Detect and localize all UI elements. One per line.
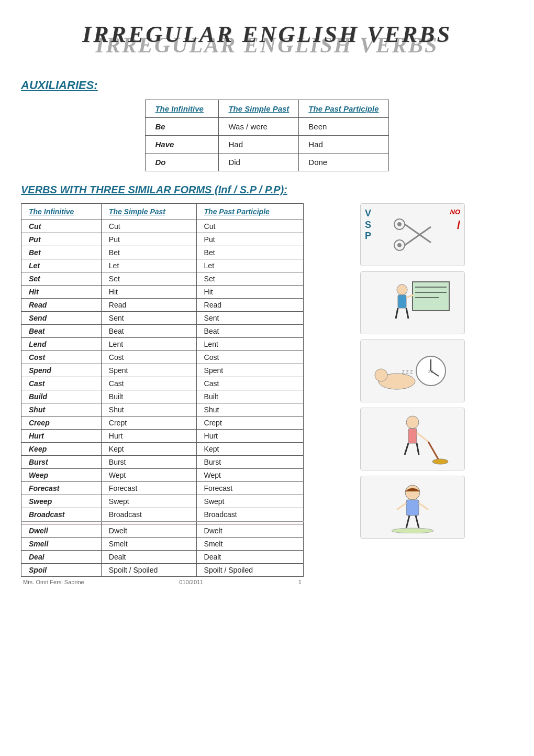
board-svg <box>371 277 454 329</box>
tf-table-row: Beat Beat Beat <box>21 325 304 338</box>
tf-infinitive: Cut <box>21 220 102 233</box>
footer-row: Mrs. Omri Fersi Sabrine 010/2011 1 <box>21 579 304 585</box>
aux-simple-past: Had <box>219 136 299 154</box>
three-forms-heading: VERBS WITH THREE SIMILAR FORMS (Inf / S.… <box>21 184 513 196</box>
aux-table-row: Do Did Done <box>146 154 388 171</box>
tf-table-row: Weep Wept Wept <box>21 469 304 482</box>
svg-point-20 <box>375 369 387 381</box>
tf-table-row-g2: Smell Smelt Smelt <box>21 538 304 551</box>
tf-simple-past: Lent <box>101 338 196 351</box>
svg-line-28 <box>417 443 419 455</box>
three-forms-layout: The Infinitive The Simple Past The Past … <box>21 203 513 585</box>
tf-simple-past: Beat <box>101 325 196 338</box>
sweep-image <box>360 408 465 470</box>
tf-col-simple-past: The Simple Past <box>101 204 196 220</box>
auxiliaries-heading: AUXILIARIES: <box>21 79 513 92</box>
tf-infinitive: Creep <box>21 417 102 430</box>
tf-simple-past: Spent <box>101 364 196 377</box>
tf-infinitive: Bet <box>21 246 102 259</box>
tf-past-participle: Swept <box>196 495 303 508</box>
tf-simple-past: Built <box>101 390 196 403</box>
page-title-area: IRREGULAR ENGLISH VERBS IRREGULAR ENGLIS… <box>21 21 513 63</box>
aux-simple-past: Was / were <box>219 118 299 136</box>
tf-table-row: Bet Bet Bet <box>21 246 304 259</box>
tf-table-row: Set Set Set <box>21 272 304 286</box>
tf-past-participle: Kept <box>196 443 303 456</box>
tf-past-participle: Sent <box>196 312 303 325</box>
tf-infinitive: Build <box>21 390 102 403</box>
three-forms-section: VERBS WITH THREE SIMILAR FORMS (Inf / S.… <box>21 184 513 585</box>
svg-line-14 <box>406 308 408 319</box>
tf-infinitive: Send <box>21 312 102 325</box>
tf-past-participle: Wept <box>196 469 303 482</box>
tf-past-participle: Beat <box>196 325 303 338</box>
tf-past-participle: Crept <box>196 417 303 430</box>
tf-infinitive: Burst <box>21 456 102 469</box>
tf-table-row: Burst Burst Burst <box>21 456 304 469</box>
tf-simple-past-g2: Dwelt <box>101 524 196 538</box>
tf-simple-past: Shut <box>101 403 196 417</box>
tf-infinitive: Forecast <box>21 482 102 495</box>
tf-past-participle: Bet <box>196 246 303 259</box>
footer-page: 1 <box>298 579 302 585</box>
tf-infinitive: Keep <box>21 443 102 456</box>
auxiliaries-table-wrapper: The Infinitive The Simple Past The Past … <box>21 100 513 171</box>
tf-simple-past: Crept <box>101 417 196 430</box>
images-column: V S P NO / <box>312 203 513 539</box>
tf-table-row: Creep Crept Crept <box>21 417 304 430</box>
svg-point-35 <box>392 528 433 533</box>
board-image <box>360 271 465 334</box>
slash-badge: / <box>457 218 460 232</box>
tf-table-row-g2: Dwell Dwelt Dwelt <box>21 524 304 538</box>
tf-past-participle: Spent <box>196 364 303 377</box>
sweep-svg <box>371 413 454 465</box>
svg-line-31 <box>397 503 406 510</box>
aux-table-row: Have Had Had <box>146 136 388 154</box>
aux-table-row: Be Was / were Been <box>146 118 388 136</box>
tf-simple-past-g2: Dealt <box>101 551 196 564</box>
sleep-image: ZZ z z z <box>360 339 465 402</box>
auxiliaries-table: The Infinitive The Simple Past The Past … <box>145 100 388 171</box>
v-label: V <box>365 208 371 220</box>
aux-col-infinitive: The Infinitive <box>146 100 219 118</box>
tf-infinitive: Beat <box>21 325 102 338</box>
tf-simple-past: Cost <box>101 351 196 364</box>
tf-simple-past: Burst <box>101 456 196 469</box>
tf-table-row: Send Sent Sent <box>21 312 304 325</box>
scissors-image: V S P NO / <box>360 203 465 266</box>
tf-simple-past: Let <box>101 259 196 272</box>
tf-table-row: Spend Spent Spent <box>21 364 304 377</box>
tf-past-participle-g2: Smelt <box>196 538 303 551</box>
tf-past-participle: Burst <box>196 456 303 469</box>
tf-past-participle: Hit <box>196 286 303 299</box>
aux-past-participle: Done <box>299 154 388 171</box>
svg-text:z z z: z z z <box>402 369 413 375</box>
tf-simple-past: Kept <box>101 443 196 456</box>
tf-infinitive-g2: Dwell <box>21 524 102 538</box>
tf-past-participle: Set <box>196 272 303 286</box>
tf-table-row-g2: Spoil Spoilt / Spoiled Spoilt / Spoiled <box>21 564 304 577</box>
tf-table-row: Put Put Put <box>21 233 304 246</box>
tf-table-row-g2: Deal Dealt Dealt <box>21 551 304 564</box>
tf-past-participle-g2: Spoilt / Spoiled <box>196 564 303 577</box>
svg-rect-23 <box>408 429 417 443</box>
three-forms-table: The Infinitive The Simple Past The Past … <box>21 203 304 577</box>
tf-table-row: Cost Cost Cost <box>21 351 304 364</box>
svg-point-3 <box>397 243 402 247</box>
tf-simple-past: Cut <box>101 220 196 233</box>
tf-simple-past: Cast <box>101 377 196 390</box>
svg-line-13 <box>396 308 398 319</box>
child-svg <box>371 481 454 533</box>
p-label: P <box>365 231 371 242</box>
tf-infinitive: Set <box>21 272 102 286</box>
tf-table-row: Keep Kept Kept <box>21 443 304 456</box>
tf-past-participle: Shut <box>196 403 303 417</box>
tf-col-past-participle: The Past Participle <box>196 204 303 220</box>
tf-simple-past: Sent <box>101 312 196 325</box>
tf-simple-past: Hit <box>101 286 196 299</box>
tf-infinitive-g2: Smell <box>21 538 102 551</box>
tf-infinitive: Cost <box>21 351 102 364</box>
footer-date: 010/2011 <box>179 579 203 585</box>
tf-infinitive: Let <box>21 259 102 272</box>
tf-table-row: Cut Cut Cut <box>21 220 304 233</box>
